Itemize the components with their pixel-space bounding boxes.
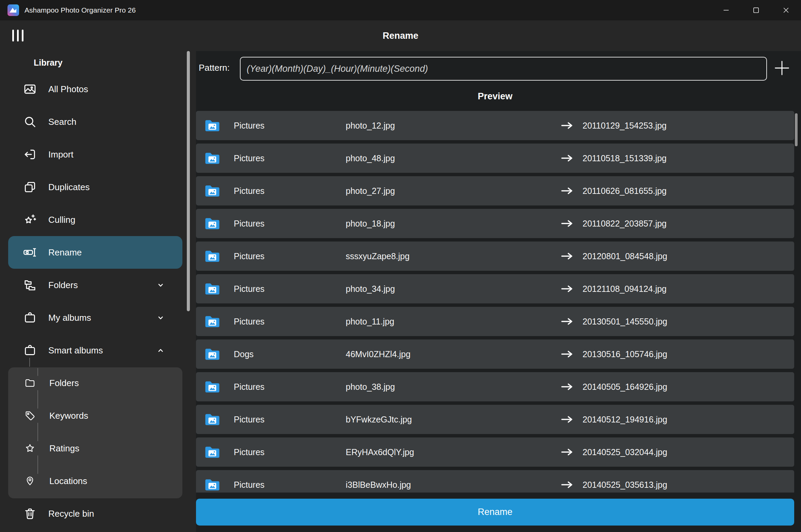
- row-folder-name: Pictures: [234, 317, 264, 327]
- arrow-right-icon: [561, 480, 574, 489]
- sidebar-item-folders[interactable]: Folders: [8, 269, 182, 301]
- sidebar-subitem-label: Folders: [49, 378, 79, 388]
- sidebar-item-duplicates[interactable]: Duplicates: [8, 171, 182, 203]
- row-original-name: photo_38.jpg: [346, 382, 395, 392]
- arrow-right-icon: [561, 284, 574, 293]
- close-button[interactable]: [771, 0, 801, 20]
- sidebar-scrollbar[interactable]: [187, 51, 190, 311]
- folder-image-icon: [203, 443, 221, 461]
- row-new-name: 20130501_145550.jpg: [583, 317, 667, 327]
- header: Rename: [0, 20, 801, 51]
- minimize-icon: [723, 7, 729, 13]
- arrow-right-icon: [561, 154, 574, 163]
- sidebar-item-label: Duplicates: [48, 182, 89, 193]
- app-window: Ashampoo Photo Organizer Pro 26 Rename L…: [0, 0, 801, 532]
- preview-row[interactable]: Pictures i3BlBeBwxHo.jpg 20140525_035613…: [196, 470, 794, 493]
- preview-row[interactable]: Pictures ERyHAx6dQlY.jpg 20140525_032044…: [196, 437, 794, 467]
- duplicates-icon: [23, 180, 37, 194]
- sidebar-subitem-keywords[interactable]: Keywords: [8, 399, 182, 432]
- folder-tree-icon: [23, 278, 37, 292]
- trash-icon: [23, 507, 37, 520]
- arrow-right-icon: [561, 219, 574, 228]
- folder-image-icon: [203, 149, 221, 167]
- smart-albums-icon: [23, 344, 37, 357]
- row-folder-name: Pictures: [234, 121, 264, 131]
- row-folder-name: Pictures: [234, 284, 264, 294]
- maximize-button[interactable]: [741, 0, 771, 20]
- row-new-name: 20140525_035613.jpg: [583, 480, 667, 490]
- preview-row[interactable]: Pictures photo_12.jpg 20110129_154253.jp…: [196, 111, 794, 140]
- sidebar-item-rename[interactable]: Rename: [8, 236, 182, 269]
- folder-image-icon: [203, 247, 221, 265]
- row-original-name: 46MvI0ZHZl4.jpg: [346, 349, 410, 359]
- row-new-name: 20110129_154253.jpg: [583, 121, 667, 131]
- row-new-name: 20140525_032044.jpg: [583, 447, 667, 457]
- library-section-label: Library: [34, 58, 63, 68]
- sidebar-subitem-label: Ratings: [49, 443, 79, 454]
- tree-connector: [29, 358, 30, 367]
- sidebar-item-label: Search: [48, 117, 76, 127]
- row-new-name: 20130516_105746.jpg: [583, 349, 667, 359]
- folder-image-icon: [203, 215, 221, 232]
- rename-button[interactable]: Rename: [196, 499, 794, 526]
- preview-row[interactable]: Dogs 46MvI0ZHZl4.jpg 20130516_105746.jpg: [196, 339, 794, 369]
- sidebar-item-import[interactable]: Import: [8, 138, 182, 171]
- sidebar-item-all-photos[interactable]: All Photos: [8, 73, 182, 105]
- preview-scrollbar[interactable]: [795, 113, 798, 146]
- row-new-name: 20110822_203857.jpg: [583, 219, 667, 229]
- row-original-name: photo_12.jpg: [346, 121, 395, 131]
- row-folder-name: Pictures: [234, 153, 264, 163]
- row-folder-name: Pictures: [234, 186, 264, 196]
- sidebar-item-label: Smart albums: [48, 345, 103, 356]
- sidebar-item-search[interactable]: Search: [8, 105, 182, 138]
- preview-row[interactable]: Pictures photo_34.jpg 20121108_094124.jp…: [196, 274, 794, 303]
- add-pattern-button[interactable]: [772, 59, 791, 78]
- tag-icon: [24, 410, 36, 421]
- preview-row[interactable]: Pictures sssxyuZape8.jpg 20120801_084548…: [196, 242, 794, 271]
- folder-image-icon: [203, 411, 221, 428]
- row-folder-name: Dogs: [234, 349, 254, 359]
- pattern-input[interactable]: [240, 57, 767, 81]
- sidebar-subitem-folders[interactable]: Folders: [8, 367, 182, 399]
- row-original-name: ERyHAx6dQlY.jpg: [346, 447, 414, 457]
- preview-title: Preview: [196, 91, 794, 102]
- star-icon: [24, 443, 36, 454]
- sidebar-item-smart-albums[interactable]: Smart albums: [8, 334, 182, 367]
- preview-row[interactable]: Pictures photo_27.jpg 20110626_081655.jp…: [196, 176, 794, 205]
- smart-albums-children-panel: Folders Keywords Ratings Locations: [8, 367, 182, 498]
- preview-row[interactable]: Pictures photo_11.jpg 20130501_145550.jp…: [196, 307, 794, 336]
- sidebar-item-recycle-bin[interactable]: Recycle bin: [8, 497, 182, 530]
- sidebar-subitem-ratings[interactable]: Ratings: [8, 432, 182, 465]
- app-logo-icon: [7, 4, 19, 16]
- row-new-name: 20110626_081655.jpg: [583, 186, 667, 196]
- main-content: Pattern: Preview Pictures photo_12.jpg: [196, 51, 801, 532]
- sidebar-item-my-albums[interactable]: My albums: [8, 301, 182, 334]
- arrow-right-icon: [561, 448, 574, 456]
- row-folder-name: Pictures: [234, 447, 264, 457]
- sidebar-subitem-label: Locations: [49, 476, 87, 486]
- row-original-name: photo_34.jpg: [346, 284, 395, 294]
- preview-row[interactable]: Pictures photo_38.jpg 20140505_164926.jp…: [196, 372, 794, 401]
- row-original-name: photo_48.jpg: [346, 153, 395, 163]
- arrow-right-icon: [561, 186, 574, 195]
- photos-icon: [23, 82, 37, 96]
- folder-icon: [24, 377, 36, 389]
- chevron-down-icon: [155, 280, 166, 290]
- row-original-name: photo_11.jpg: [346, 317, 394, 327]
- row-folder-name: Pictures: [234, 415, 264, 425]
- maximize-icon: [753, 7, 759, 13]
- preview-row[interactable]: Pictures photo_18.jpg 20110822_203857.jp…: [196, 209, 794, 238]
- pattern-label: Pattern:: [199, 63, 230, 73]
- sidebar-item-label: Folders: [48, 280, 78, 290]
- sidebar-item-culling[interactable]: Culling: [8, 203, 182, 236]
- arrow-right-icon: [561, 121, 574, 130]
- folder-image-icon: [203, 345, 221, 363]
- sidebar-item-label: Recycle bin: [48, 509, 94, 519]
- sidebar-item-label: All Photos: [48, 84, 88, 95]
- arrow-right-icon: [561, 350, 574, 359]
- minimize-button[interactable]: [711, 0, 741, 20]
- row-folder-name: Pictures: [234, 480, 264, 490]
- sidebar-subitem-locations[interactable]: Locations: [8, 465, 182, 497]
- preview-row[interactable]: Pictures bYFwkzeGJtc.jpg 20140512_194916…: [196, 405, 794, 434]
- preview-row[interactable]: Pictures photo_48.jpg 20110518_151339.jp…: [196, 144, 794, 173]
